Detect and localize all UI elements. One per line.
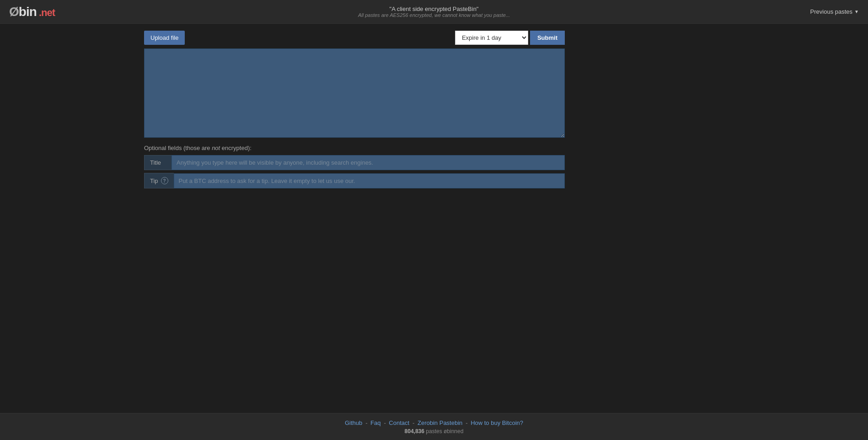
footer-separator-2: -	[384, 419, 387, 426]
tagline-sub: All pastes are AES256 encrypted, we cann…	[358, 12, 510, 18]
expire-select[interactable]: Expire in 1 day Expire in 1 hour Expire …	[455, 31, 528, 45]
submit-button[interactable]: Submit	[530, 31, 565, 45]
optional-fields-label: Optional fields (those are not encrypted…	[144, 144, 565, 152]
previous-pastes-label: Previous pastes	[810, 8, 853, 15]
footer-link-bitcoin[interactable]: How to buy Bitcoin?	[471, 419, 523, 426]
tip-info-icon[interactable]: ?	[161, 177, 168, 184]
paste-count: 804,836	[405, 428, 424, 435]
previous-pastes-link[interactable]: Previous pastes ▼	[810, 8, 859, 15]
paste-textarea[interactable]	[144, 48, 565, 138]
footer: Github - Faq - Contact - Zerobin Pastebi…	[0, 413, 868, 440]
title-label: Title	[144, 155, 171, 170]
tip-field-row: Tip ?	[144, 173, 565, 188]
logo-text: Øbin .net	[9, 5, 55, 19]
footer-link-github[interactable]: Github	[345, 419, 362, 426]
header: Øbin .net "A client side encrypted Paste…	[0, 0, 868, 24]
tip-input[interactable]	[174, 173, 565, 188]
footer-links: Github - Faq - Contact - Zerobin Pastebi…	[5, 419, 863, 426]
tip-label: Tip ?	[144, 173, 174, 188]
title-field-row: Title	[144, 155, 565, 170]
optional-section: Optional fields (those are not encrypted…	[144, 144, 565, 188]
footer-separator-3: -	[413, 419, 416, 426]
tagline: "A client side encrypted PasteBin" All p…	[358, 5, 510, 18]
footer-separator-1: -	[365, 419, 369, 426]
upload-file-button[interactable]: Upload file	[144, 31, 185, 45]
tip-label-text: Tip	[150, 177, 158, 184]
footer-link-faq[interactable]: Faq	[370, 419, 380, 426]
footer-link-zerobin[interactable]: Zerobin Pastebin	[418, 419, 462, 426]
paste-stats-suffix: pastes øbinned	[426, 428, 463, 435]
footer-separator-4: -	[466, 419, 469, 426]
paste-area-container	[144, 48, 565, 139]
toolbar: Upload file Expire in 1 day Expire in 1 …	[144, 31, 565, 45]
right-controls: Expire in 1 day Expire in 1 hour Expire …	[455, 31, 565, 45]
tagline-main: "A client side encrypted PasteBin"	[358, 5, 510, 12]
title-label-text: Title	[150, 159, 161, 166]
chevron-down-icon: ▼	[854, 9, 859, 14]
footer-link-contact[interactable]: Contact	[389, 419, 409, 426]
title-input[interactable]	[171, 155, 565, 170]
logo[interactable]: Øbin .net	[9, 5, 55, 19]
footer-stats: 804,836 pastes øbinned	[5, 428, 863, 435]
content-area: Upload file Expire in 1 day Expire in 1 …	[0, 24, 868, 413]
